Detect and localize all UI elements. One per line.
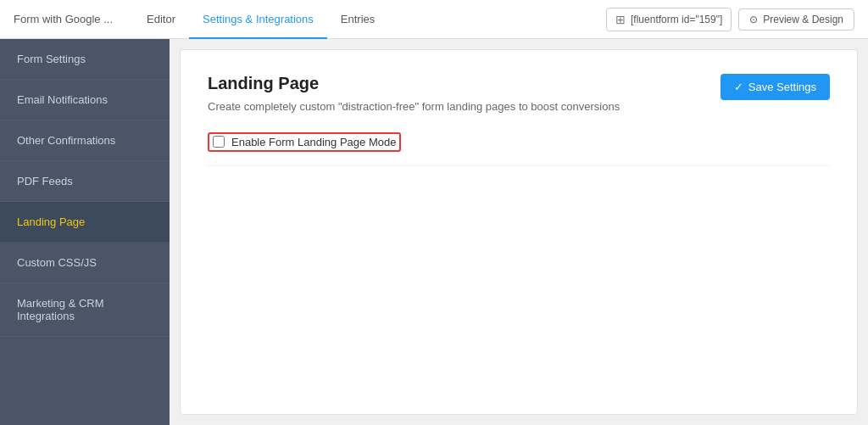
title-desc-block: Landing Page Create completely custom "d… — [208, 74, 620, 132]
sidebar-item-custom-css-js[interactable]: Custom CSS/JS — [0, 243, 170, 283]
enable-landing-page-checkbox[interactable] — [213, 136, 225, 148]
sidebar-item-other-confirmations[interactable]: Other Confirmations — [0, 120, 170, 161]
page-description: Create completely custom "distraction-fr… — [208, 98, 620, 115]
sidebar-item-marketing-crm[interactable]: Marketing & CRM Integrations — [0, 283, 170, 337]
sidebar-item-landing-page[interactable]: Landing Page — [0, 202, 170, 243]
topbar-right: ⊞ [fluentform id="159"] ⊙ Preview & Desi… — [606, 8, 854, 31]
enable-landing-page-row: Enable Form Landing Page Mode — [208, 132, 401, 152]
sidebar-item-email-notifications[interactable]: Email Notifications — [0, 80, 170, 120]
eye-icon: ⊙ — [749, 14, 758, 25]
page-title: Landing Page — [208, 74, 620, 93]
tab-editor[interactable]: Editor — [133, 1, 189, 39]
preview-design-button[interactable]: ⊙ Preview & Design — [738, 8, 854, 31]
tab-entries[interactable]: Entries — [327, 1, 388, 39]
main-content: Landing Page Create completely custom "d… — [180, 49, 858, 415]
shortcode-icon: ⊞ — [615, 13, 626, 26]
layout: Form Settings Email Notifications Other … — [0, 39, 868, 425]
sidebar: Form Settings Email Notifications Other … — [0, 39, 170, 425]
sidebar-item-form-settings[interactable]: Form Settings — [0, 39, 170, 80]
sidebar-item-pdf-feeds[interactable]: PDF Feeds — [0, 161, 170, 202]
topbar: Form with Google ... Editor Settings & I… — [0, 0, 868, 39]
tab-settings-integrations[interactable]: Settings & Integrations — [189, 1, 327, 39]
preview-label: Preview & Design — [763, 14, 843, 25]
content-divider — [208, 165, 830, 166]
topbar-nav: Editor Settings & Integrations Entries — [133, 0, 388, 38]
shortcode-text: [fluentform id="159"] — [631, 14, 722, 25]
save-check-icon: ✓ — [734, 81, 743, 93]
save-settings-button[interactable]: ✓ Save Settings — [721, 74, 830, 100]
main-header: Landing Page Create completely custom "d… — [208, 74, 830, 132]
save-settings-label: Save Settings — [748, 81, 816, 93]
shortcode-button[interactable]: ⊞ [fluentform id="159"] — [606, 8, 732, 31]
form-title: Form with Google ... — [14, 13, 113, 25]
enable-landing-page-label: Enable Form Landing Page Mode — [231, 136, 396, 148]
